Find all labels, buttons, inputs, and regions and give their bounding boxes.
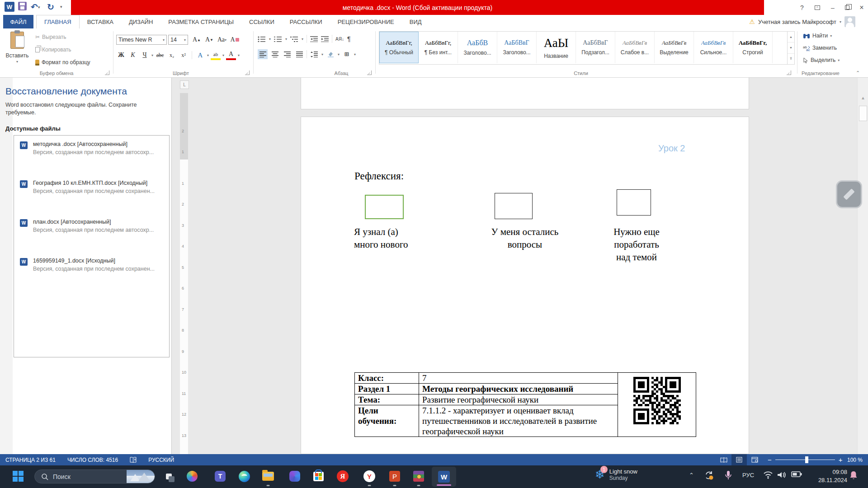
yandex-browser-button[interactable]: Y: [363, 469, 376, 483]
minimize-button[interactable]: –: [826, 0, 840, 15]
sync-tray-icon[interactable]: [703, 470, 714, 481]
styles-scroll-up[interactable]: ▲: [788, 32, 794, 42]
style-слабое-в-[interactable]: АаБбВвГвСлабое в...: [615, 32, 655, 63]
superscript-button[interactable]: х²: [179, 50, 189, 60]
style-строгий[interactable]: АаБбВвГг,Строгий: [733, 32, 773, 63]
checkbox-learned-new[interactable]: [365, 195, 404, 219]
checkbox-have-questions[interactable]: [495, 193, 533, 219]
styles-scroll-down[interactable]: ▼: [788, 42, 794, 53]
start-button[interactable]: [11, 469, 25, 483]
yandex-button[interactable]: Я: [336, 469, 349, 483]
zoom-slider[interactable]: [775, 460, 835, 460]
close-button[interactable]: ×: [854, 0, 868, 15]
document-page[interactable]: Урок 2 Рефлексия: Я узнал (а) много ново…: [301, 117, 749, 454]
language-tray-indicator[interactable]: РУС: [742, 472, 754, 479]
word-count[interactable]: ЧИСЛО СЛОВ: 4516: [67, 457, 118, 463]
redo-button[interactable]: ↻: [47, 2, 54, 12]
wifi-icon[interactable]: [763, 471, 773, 479]
paragraph-dialog-launcher[interactable]: [367, 70, 372, 75]
edge-button[interactable]: [237, 469, 251, 483]
restore-button[interactable]: [840, 0, 854, 15]
zoom-in-button[interactable]: +: [839, 456, 843, 464]
copy-button[interactable]: Копировать: [35, 47, 71, 53]
style-подзагол-[interactable]: АаБбВвГПодзагол...: [576, 32, 615, 63]
notification-bell-icon[interactable]: [849, 470, 858, 481]
text-effects-button[interactable]: А: [195, 50, 205, 60]
tab-дизайн[interactable]: ДИЗАЙН: [121, 15, 160, 28]
file-explorer-button[interactable]: [261, 469, 275, 483]
tab-ссылки[interactable]: ССЫЛКИ: [241, 15, 282, 28]
grow-font-button[interactable]: А▲: [192, 35, 202, 45]
clipboard-dialog-launcher[interactable]: [105, 70, 109, 75]
line-spacing-button[interactable]: [309, 49, 319, 59]
numbering-button[interactable]: [274, 36, 282, 42]
find-button[interactable]: Найти▾: [803, 33, 832, 39]
underline-button[interactable]: Ч: [140, 50, 150, 60]
lesson-info-table[interactable]: Класс: 7 Раздел 1 Методы географических …: [354, 372, 696, 437]
web-layout-button[interactable]: [747, 454, 762, 465]
word-taskbar-button[interactable]: W: [432, 467, 456, 487]
tab-вставка[interactable]: ВСТАВКА: [80, 15, 121, 28]
tab-разметка-страницы[interactable]: РАЗМЕТКА СТРАНИЦЫ: [160, 15, 241, 28]
font-color-button[interactable]: А: [226, 50, 236, 60]
font-family-combobox[interactable]: Times New R▾: [116, 35, 167, 45]
style--без-инт-[interactable]: АаБбВвГг,¶ Без инт...: [419, 32, 458, 63]
italic-button[interactable]: К: [128, 50, 138, 60]
zoom-slider-thumb[interactable]: [805, 456, 808, 463]
tab-вид[interactable]: ВИД: [402, 15, 429, 28]
scroll-up-arrow[interactable]: ▲: [859, 93, 868, 102]
paste-button[interactable]: Вставить ▾: [5, 32, 30, 64]
ribbon-display-button[interactable]: ^: [810, 0, 825, 15]
shading-button[interactable]: [326, 49, 335, 59]
clear-formatting-button[interactable]: А: [230, 35, 240, 45]
microsoft-store-button[interactable]: [311, 469, 325, 483]
cut-button[interactable]: ✂Вырезать: [35, 34, 66, 40]
weather-widget[interactable]: ❄1 Light snow Sunday: [595, 468, 637, 482]
battery-icon[interactable]: [791, 471, 802, 478]
select-button[interactable]: Выделить▾: [803, 57, 840, 63]
highlight-color-button[interactable]: ab: [211, 50, 221, 60]
font-dialog-launcher[interactable]: [245, 70, 250, 75]
tab-selector[interactable]: L: [180, 80, 189, 89]
search-highlight-image[interactable]: [127, 470, 155, 483]
style-заголово-[interactable]: АаБбВЗаголово...: [458, 32, 497, 63]
undo-button[interactable]: ↶▾: [31, 2, 40, 12]
vertical-scrollbar[interactable]: ▲: [857, 78, 868, 454]
tab-рецензирование[interactable]: РЕЦЕНЗИРОВАНИЕ: [330, 15, 402, 28]
subscript-button[interactable]: х₂: [167, 50, 177, 60]
bold-button[interactable]: Ж: [116, 50, 126, 60]
save-button[interactable]: [18, 2, 27, 10]
microsoft-365-button[interactable]: [288, 469, 302, 483]
volume-icon[interactable]: [777, 471, 787, 479]
recovered-file-item[interactable]: Wплан.docx [Автосохраненный]Версия, созд…: [14, 213, 169, 252]
scrollbar-thumb[interactable]: [859, 106, 867, 121]
screen-capture-overlay-button[interactable]: [836, 180, 862, 208]
font-size-combobox[interactable]: 14▾: [168, 35, 188, 45]
read-mode-button[interactable]: [716, 454, 731, 465]
checkbox-need-work[interactable]: [617, 189, 651, 216]
replace-button[interactable]: abac Заменить: [803, 45, 837, 51]
customize-qat-button[interactable]: ▾: [60, 5, 62, 9]
format-painter-button[interactable]: Формат по образцу: [35, 59, 90, 66]
task-view-button[interactable]: [162, 469, 175, 483]
tray-expand-button[interactable]: ⌃: [689, 472, 694, 479]
styles-dialog-launcher[interactable]: [787, 70, 791, 75]
tab-главная[interactable]: ГЛАВНАЯ: [36, 15, 80, 28]
account-area[interactable]: ⚠ Учетная запись Майкрософт ▾: [749, 15, 855, 28]
bullets-button[interactable]: [258, 36, 266, 42]
recovered-file-item[interactable]: Wметодичка .docx [Автосохраненный]Версия…: [14, 136, 169, 174]
powerpoint-button[interactable]: P: [388, 469, 401, 483]
change-case-button[interactable]: Аа▾: [217, 35, 227, 45]
microphone-tray-icon[interactable]: [724, 470, 732, 481]
recovered-file-item[interactable]: W1659959149_1.docx [Исходный]Версия, соз…: [14, 252, 169, 291]
styles-more-button[interactable]: ⊽: [788, 53, 794, 64]
avatar[interactable]: [844, 16, 855, 27]
zoom-percentage[interactable]: 100 %: [847, 454, 863, 465]
style-сильное-[interactable]: АаБбВвГвСильное...: [694, 32, 733, 63]
tab-рассылки[interactable]: РАССЫЛКИ: [282, 15, 330, 28]
clock[interactable]: 09:08 28.11.2024: [807, 468, 847, 484]
sort-button[interactable]: АЯ↓: [335, 37, 344, 42]
zoom-out-button[interactable]: −: [768, 456, 772, 464]
style-выделение[interactable]: АаБбВвГвВыделение: [655, 32, 694, 63]
page-indicator[interactable]: СТРАНИЦА 2 ИЗ 61: [5, 457, 56, 463]
